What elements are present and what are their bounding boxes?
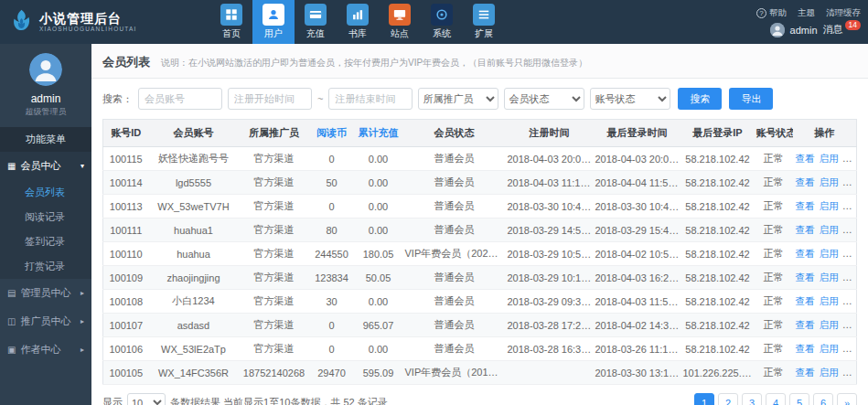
action-link[interactable]: 查看	[796, 343, 815, 354]
admin-avatar-icon	[770, 23, 785, 37]
page-description: 说明：在小说网站激活的用户即为普通会员，按年付费用户为VIP年费会员，（目前账号…	[161, 58, 587, 68]
sidebar-item[interactable]: ▣作者中心▸	[0, 336, 91, 364]
cell-account: huahua1	[149, 218, 239, 242]
cell-last_ip: 58.218.102.42	[681, 218, 755, 242]
action-link[interactable]: 软删	[843, 153, 857, 164]
page-button[interactable]: 4	[766, 393, 786, 405]
messages-link[interactable]: 消息 14	[823, 23, 861, 37]
column-header: 账号状态	[755, 120, 793, 147]
cell-actions: 查看 启用 软删	[793, 171, 857, 195]
action-link[interactable]: 查看	[796, 319, 815, 330]
top-nav-item[interactable]: 扩展	[463, 0, 505, 44]
top-nav-item[interactable]: 充值	[295, 0, 337, 44]
page-size-select[interactable]: 10	[127, 393, 166, 405]
sidebar-item[interactable]: ▤管理员中心▸	[0, 279, 91, 307]
cell-actions: 查看 启用 软删	[793, 242, 857, 266]
top-nav-item[interactable]: 首页	[210, 0, 252, 44]
table-footer: 显示 10 条数据结果 当前显示1至10条数据，共 52 条记录 123456»	[91, 385, 868, 405]
action-link[interactable]: 启用	[820, 200, 839, 211]
action-link[interactable]: 查看	[796, 248, 815, 259]
action-link[interactable]: 查看	[796, 224, 815, 235]
help-link[interactable]: ?帮助	[756, 7, 787, 19]
action-link[interactable]: 软删	[843, 272, 857, 282]
menu-title: 功能菜单	[0, 127, 91, 152]
action-link[interactable]: 查看	[796, 295, 815, 306]
result-summary: 显示 10 条数据结果 当前显示1至10条数据，共 52 条记录	[102, 393, 388, 405]
question-icon: ?	[756, 8, 766, 18]
action-link[interactable]: 软删	[843, 367, 857, 378]
theme-link[interactable]: 主题	[798, 7, 815, 19]
action-link[interactable]: 软删	[843, 176, 857, 187]
table-row: 100110huahua官方渠道244550180.05VIP年费会员（2020…	[103, 242, 857, 266]
page-button[interactable]: 6	[813, 393, 833, 405]
table-row: 100109zhaojingjing官方渠道12383450.05普通会员201…	[103, 266, 857, 290]
page-button[interactable]: »	[837, 393, 857, 405]
action-link[interactable]: 启用	[820, 272, 839, 282]
cell-coins: 30	[310, 290, 354, 314]
export-button[interactable]: 导出	[729, 88, 773, 110]
sidebar-item[interactable]: ◫推广员中心▸	[0, 307, 91, 336]
cell-recharge: 965.07	[354, 314, 403, 337]
table-row: 100115妖怪快递跑号号官方渠道00.00普通会员2018-04-03 20:…	[103, 147, 857, 171]
top-header: 小说管理后台 XIAOSHUOGUANLIHOUTAI 首页用户充值书库站点系统…	[0, 0, 868, 44]
account-status-select[interactable]: 账号状态	[590, 88, 670, 110]
action-link[interactable]: 软删	[843, 343, 857, 354]
action-link[interactable]: 软删	[843, 319, 857, 330]
action-link[interactable]: 查看	[796, 200, 815, 211]
page-button[interactable]: 2	[718, 393, 738, 405]
action-link[interactable]: 查看	[796, 367, 815, 378]
top-nav-item[interactable]: 系统	[421, 0, 463, 44]
cell-recharge: 180.05	[354, 242, 403, 266]
sidebar-item[interactable]: ▦会员中心▾	[0, 152, 91, 180]
action-link[interactable]: 启用	[820, 153, 839, 164]
extension-icon	[473, 4, 495, 26]
cell-recharge: 0.00	[354, 337, 403, 361]
action-link[interactable]: 软删	[843, 248, 857, 259]
table-row: 100114lgd5555官方渠道500.00普通会员2018-04-03 11…	[103, 171, 857, 195]
date-separator: ~	[317, 93, 323, 104]
promoter-select[interactable]: 所属推广员	[418, 88, 498, 110]
sidebar-subitem[interactable]: 打赏记录	[0, 254, 91, 279]
sidebar-subitem[interactable]: 签到记录	[0, 229, 91, 254]
page-button[interactable]: 1	[694, 393, 714, 405]
member-status-select[interactable]: 会员状态	[504, 88, 584, 110]
member-account-input[interactable]	[138, 88, 222, 110]
search-button[interactable]: 搜索	[678, 88, 722, 110]
clear-cache-link[interactable]: 清理缓存	[826, 7, 861, 19]
sortable-column-header[interactable]: 阅读币	[310, 120, 354, 147]
action-link[interactable]: 查看	[796, 176, 815, 187]
action-link[interactable]: 启用	[820, 248, 839, 259]
action-link[interactable]: 软删	[843, 295, 857, 306]
sortable-column-header[interactable]: 累计充值	[354, 120, 403, 147]
cell-member_status: VIP年费会员（2020-03-29）	[403, 242, 506, 266]
cell-id: 100110	[103, 242, 149, 266]
action-link[interactable]: 软删	[843, 224, 857, 235]
top-nav-item[interactable]: 站点	[379, 0, 421, 44]
page-button[interactable]: 5	[789, 393, 809, 405]
page-button[interactable]: 3	[742, 393, 762, 405]
action-link[interactable]: 启用	[820, 319, 839, 330]
cell-promoter: 官方渠道	[239, 242, 310, 266]
admin-menu[interactable]: admin	[790, 25, 818, 36]
reg-start-input[interactable]	[228, 88, 312, 110]
sidebar-item-label: 推广员中心	[20, 314, 70, 328]
cell-status: 正常	[755, 147, 793, 171]
action-link[interactable]: 启用	[820, 176, 839, 187]
sidebar-subitem[interactable]: 会员列表	[0, 180, 91, 205]
table-row: 100108小白1234官方渠道300.00普通会员2018-03-29 09:…	[103, 290, 857, 314]
action-link[interactable]: 启用	[820, 224, 839, 235]
top-nav-item[interactable]: 书库	[337, 0, 379, 44]
action-link[interactable]: 启用	[820, 343, 839, 354]
user-avatar[interactable]	[29, 53, 62, 86]
cell-actions: 查看 启用 软删	[793, 337, 857, 361]
top-nav-item[interactable]: 用户	[252, 0, 295, 44]
app-logo[interactable]: 小说管理后台 XIAOSHUOGUANLIHOUTAI	[9, 0, 183, 44]
cell-reg_time	[506, 361, 594, 385]
sidebar-subitem[interactable]: 阅读记录	[0, 205, 91, 229]
reg-end-input[interactable]	[328, 88, 413, 110]
action-link[interactable]: 查看	[796, 272, 815, 282]
action-link[interactable]: 查看	[796, 153, 815, 164]
action-link[interactable]: 启用	[820, 367, 839, 378]
action-link[interactable]: 启用	[820, 295, 839, 306]
action-link[interactable]: 软删	[843, 200, 857, 211]
